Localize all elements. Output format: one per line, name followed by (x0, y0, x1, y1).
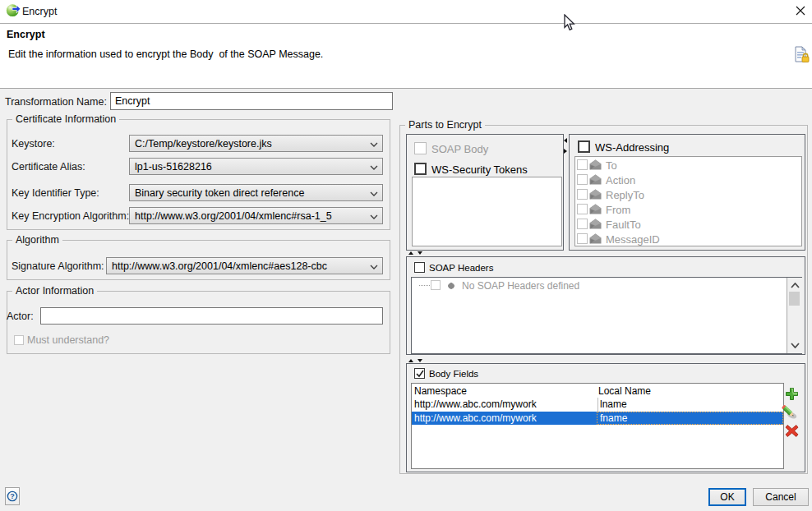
svg-text:?: ? (10, 492, 15, 500)
